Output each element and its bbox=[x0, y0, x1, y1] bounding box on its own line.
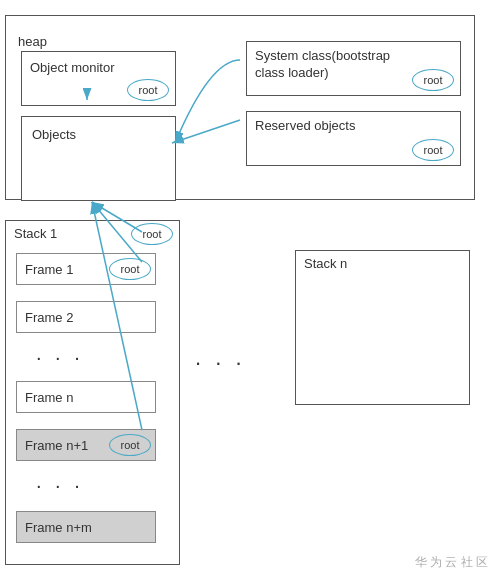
framenm-label: Frame n+m bbox=[25, 520, 92, 535]
object-monitor-label: Object monitor bbox=[30, 60, 115, 77]
heap-box: heap Object monitor root Objects System … bbox=[5, 15, 475, 200]
root-oval-reserved: root bbox=[412, 139, 454, 161]
framen-box: Frame n bbox=[16, 381, 156, 413]
objects-box: Objects bbox=[21, 116, 176, 201]
root-oval-stack1: root bbox=[131, 223, 173, 245]
frame2-box: Frame 2 bbox=[16, 301, 156, 333]
object-monitor-box: Object monitor root bbox=[21, 51, 176, 106]
heap-label: heap bbox=[18, 34, 47, 49]
root-oval-frame1: root bbox=[109, 258, 151, 280]
dots-between-stacks: · · · bbox=[195, 350, 246, 376]
framenm-box: Frame n+m bbox=[16, 511, 156, 543]
watermark: 华 为 云 社 区 bbox=[415, 554, 488, 571]
diagram: heap Object monitor root Objects System … bbox=[0, 0, 500, 579]
system-class-label: System class(bootstrapclass loader) bbox=[255, 48, 390, 82]
frame1-box: Frame 1 root bbox=[16, 253, 156, 285]
reserved-objects-box: Reserved objects root bbox=[246, 111, 461, 166]
root-oval-sysclass: root bbox=[412, 69, 454, 91]
frame1-label: Frame 1 bbox=[25, 262, 73, 277]
stackn-box: Stack n bbox=[295, 250, 470, 405]
root-oval-framen1: root bbox=[109, 434, 151, 456]
objects-label: Objects bbox=[32, 127, 76, 142]
reserved-objects-label: Reserved objects bbox=[255, 118, 355, 135]
framen1-label: Frame n+1 bbox=[25, 438, 88, 453]
framen1-box: Frame n+1 root bbox=[16, 429, 156, 461]
frame2-label: Frame 2 bbox=[25, 310, 73, 325]
dots1: · · · bbox=[36, 346, 84, 369]
framen-label: Frame n bbox=[25, 390, 73, 405]
stack1-label: Stack 1 bbox=[14, 226, 57, 241]
root-oval-monitor: root bbox=[127, 79, 169, 101]
stack1-box: Stack 1 root Frame 1 root Frame 2 · · · … bbox=[5, 220, 180, 565]
stackn-label: Stack n bbox=[304, 256, 347, 271]
dots2: · · · bbox=[36, 474, 84, 497]
system-class-box: System class(bootstrapclass loader) root bbox=[246, 41, 461, 96]
